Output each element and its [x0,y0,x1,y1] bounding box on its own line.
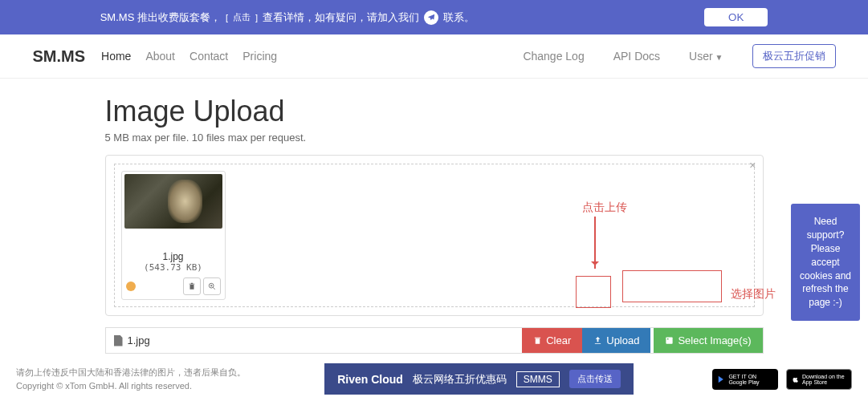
page-title: Image Upload [105,95,764,128]
promo-button[interactable]: 极云五折促销 [752,44,836,68]
spinner-icon [126,282,136,291]
filename-text: 1.jpg [128,334,150,346]
promo-banner: SM.MS 推出收费版套餐， [ 点击 ] 查看详情，如有疑问，请加入我们 联系… [0,0,868,34]
bracket: ] [255,13,258,22]
nav-about[interactable]: About [145,50,175,63]
annotation-arrow [594,217,596,269]
thumbnail-filename: 1.jpg [124,251,222,262]
banner-prefix: SM.MS 推出收费版套餐， [100,10,221,25]
upload-icon [593,336,602,345]
trash-icon [188,282,196,290]
upload-button[interactable]: Upload [582,328,650,353]
clear-button[interactable]: Clear [522,328,582,353]
nav-user-dropdown[interactable]: User▼ [689,50,723,63]
select-images-button[interactable]: Select Image(s) [654,328,762,353]
upload-panel: × 1.jpg (543.73 KB) [105,155,764,316]
image-icon [665,336,674,345]
brand-logo[interactable]: SM.MS [33,47,86,66]
nav-changelog[interactable]: Change Log [523,50,584,63]
footer: 请勿上传违反中国大陆和香港法律的图片，违者后果自负。 Copyright © x… [0,357,868,370]
delete-button[interactable] [183,277,201,295]
thumbnail-filesize: (543.73 KB) [124,262,222,273]
banner-click-link[interactable]: 点击 [233,11,251,23]
banner-detail: 查看详情，如有疑问，请加入我们 [263,10,419,25]
nav-apidocs[interactable]: API Docs [613,50,660,63]
app-store-badge[interactable]: Download on the App Store [786,369,852,371]
telegram-icon[interactable] [424,10,438,25]
ok-button[interactable]: OK [704,8,768,26]
banner-contact: 联系。 [443,10,475,25]
support-widget[interactable]: Need support? Please accept cookies and … [791,204,860,321]
zoom-icon [208,282,216,290]
trash-icon [533,336,542,345]
nav-home[interactable]: Home [101,50,131,63]
google-play-badge[interactable]: GET IT ON Google Play [712,369,778,371]
file-icon [114,335,123,346]
svg-point-2 [667,338,669,340]
nav-contact[interactable]: Contact [189,50,228,63]
dropzone[interactable]: 1.jpg (543.73 KB) [114,164,755,307]
page-subtitle: 5 MB max per file. 10 files max per requ… [105,132,764,144]
file-bar: 1.jpg Clear Upload Select Image(s) [105,327,764,354]
close-icon[interactable]: × [749,159,756,172]
navbar: SM.MS Home About Contact Pricing Change … [0,34,868,79]
footer-text: 请勿上传违反中国大陆和香港法律的图片，违者后果自负。 Copyright © x… [16,366,246,370]
bracket: [ [226,13,228,22]
thumbnail-image [124,174,222,229]
riven-banner[interactable]: Riven Cloud 极云网络五折优惠码 SMMS 点击传送 [324,363,634,370]
zoom-button[interactable] [203,277,221,295]
filename-display: 1.jpg [106,328,523,353]
svg-rect-1 [666,337,673,343]
nav-pricing[interactable]: Pricing [242,50,277,63]
chevron-down-icon: ▼ [715,53,723,62]
thumbnail-card: 1.jpg (543.73 KB) [121,171,226,300]
